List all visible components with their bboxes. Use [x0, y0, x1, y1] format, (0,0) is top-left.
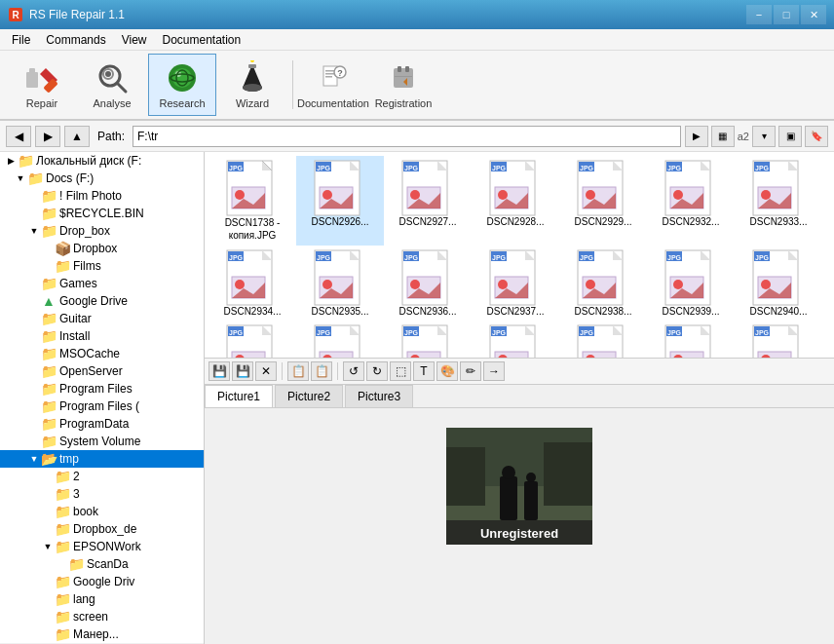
tree-label: EPSONWork [73, 540, 141, 553]
file-item-dscn2940[interactable]: JPG DSCN2940... [735, 246, 822, 321]
tree-item-sysvolume[interactable]: 📁 System Volume [0, 433, 204, 450]
nav-go-button[interactable]: ▶ [685, 126, 708, 147]
file-thumb: JPG [749, 249, 808, 306]
file-item-dscn2937[interactable]: JPG DSCN2937... [472, 246, 559, 321]
file-item-dscn2944[interactable]: JPG DSCN2944... [472, 321, 559, 358]
tree-item-gdrive2[interactable]: 📁 Google Driv [0, 573, 204, 590]
file-item-dscn2949[interactable]: JPG DSCN2949... [735, 321, 822, 358]
tree-item-dropbox[interactable]: ▼ 📁 Drop_box [0, 222, 204, 240]
tree-item-dropbox-de[interactable]: 📁 Dropbox_de [0, 520, 204, 538]
copy-button[interactable]: 📋 [287, 361, 309, 381]
analyse-label: Analyse [93, 97, 131, 109]
draw-button[interactable]: ✏ [460, 361, 481, 381]
tree-item-manage[interactable]: 📁 Манер... [0, 625, 204, 643]
tab-picture2[interactable]: Picture2 [275, 385, 343, 407]
tree-item-screen[interactable]: 📁 screen [0, 608, 204, 625]
rotate-left-button[interactable]: ↺ [343, 361, 364, 381]
file-item-dscn1738[interactable]: JPG DSCN1738 - копия.JPG [208, 156, 296, 246]
menu-documentation[interactable]: Documentation [155, 31, 249, 49]
toolbar-documentation-button[interactable]: ? Documentation [299, 54, 367, 116]
tree-item-msocache[interactable]: 📁 MSOCache [0, 345, 204, 362]
file-name: DSCN2929... [575, 216, 632, 227]
tree-item-openserver[interactable]: 📁 OpenServer [0, 362, 204, 380]
file-item-dscn2928[interactable]: JPG DSCN2928... [472, 156, 559, 246]
crop-button[interactable]: ⬚ [390, 361, 411, 381]
file-item-dscn2945[interactable]: JPG DSCN2945... [559, 321, 647, 358]
tree-item-games[interactable]: 📁 Games [0, 275, 204, 292]
paste-button[interactable]: 📋 [311, 361, 332, 381]
tree-label: OpenServer [59, 364, 123, 378]
maximize-button[interactable]: □ [774, 5, 799, 24]
delete-button[interactable]: ✕ [255, 361, 277, 381]
tree-item-gdrive[interactable]: ▲ Google Drive [0, 292, 204, 310]
file-item-dscn2938[interactable]: JPG DSCN2938... [559, 246, 647, 321]
file-item-dscn2941[interactable]: JPG DSCN2941... [208, 321, 296, 358]
nav-extra1-button[interactable]: ▣ [778, 126, 802, 147]
save-button[interactable]: 💾 [208, 361, 230, 381]
tree-item-progfiles[interactable]: 📁 Program Files [0, 380, 204, 398]
tab-picture3[interactable]: Picture3 [345, 385, 413, 407]
sidebar: ▶ 📁 Локальный диск (F: ▼ 📁 Docs (F:) 📁 !… [0, 152, 205, 644]
file-item-dscn2935[interactable]: JPG DSCN2935... [296, 246, 384, 321]
nav-extra2-button[interactable]: 🔖 [805, 126, 828, 147]
saveas-button[interactable]: 💾 [232, 361, 253, 381]
rotate-right-button[interactable]: ↻ [366, 361, 388, 381]
close-button[interactable]: ✕ [801, 5, 826, 24]
up-button[interactable]: ▲ [64, 126, 90, 147]
nav-bar: ◀ ▶ ▲ Path: ▶ ▦ a2 ▾ ▣ 🔖 [0, 121, 834, 152]
svg-text:JPG: JPG [667, 329, 682, 336]
tree-item-tmp[interactable]: ▼ 📂 tmp [0, 450, 204, 468]
menu-file[interactable]: File [4, 31, 38, 49]
tree-item-scanda[interactable]: 📁 ScanDa [0, 555, 204, 573]
path-input[interactable] [133, 126, 681, 147]
toolbar-analyse-button[interactable]: Analyse [78, 54, 146, 116]
toolbar-repair-button[interactable]: Repair [8, 54, 76, 116]
tree-item-filmphoto[interactable]: 📁 ! Film Photo [0, 187, 204, 205]
forward-button[interactable]: ▶ [35, 126, 60, 147]
tree-item-localdisk[interactable]: ▶ 📁 Локальный диск (F: [0, 152, 204, 170]
file-item-dscn2942[interactable]: JPG DSCN2942... [296, 321, 384, 358]
toolbar-wizard-button[interactable]: Wizard [218, 54, 286, 116]
file-item-dscn2932[interactable]: JPG DSCN2932... [647, 156, 735, 246]
toolbar-research-button[interactable]: Research [148, 54, 216, 116]
minimize-button[interactable]: − [746, 5, 772, 24]
arrow-button[interactable]: → [483, 361, 505, 381]
text-button[interactable]: T [413, 361, 435, 381]
file-item-dscn2936[interactable]: JPG DSCN2936... [384, 246, 472, 321]
tree-item-2[interactable]: 📁 2 [0, 468, 204, 485]
file-item-dscn2926[interactable]: JPG DSCN2926... [296, 156, 384, 246]
tree-item-lang[interactable]: 📁 lang [0, 590, 204, 608]
tree-item-recycle[interactable]: 📁 $RECYCLE.BIN [0, 205, 204, 222]
tree-item-book[interactable]: 📁 book [0, 503, 204, 520]
menu-commands[interactable]: Commands [38, 31, 113, 49]
tree-item-epson[interactable]: ▼ 📁 EPSONWork [0, 538, 204, 555]
nav-dropdown-button[interactable]: ▾ [752, 126, 776, 147]
file-item-dscn2933[interactable]: JPG DSCN2933... [735, 156, 822, 246]
tree-arrow [27, 314, 41, 323]
tree-item-3[interactable]: 📁 3 [0, 485, 204, 503]
nav-view-button[interactable]: ▦ [711, 126, 735, 147]
menu-view[interactable]: View [114, 31, 155, 49]
file-item-dscn2929[interactable]: JPG DSCN2929... [559, 156, 647, 246]
svg-rect-27 [398, 66, 401, 72]
tree-item-install[interactable]: 📁 Install [0, 327, 204, 345]
tree-item-guitar[interactable]: 📁 Guitar [0, 310, 204, 327]
svg-rect-161 [544, 442, 592, 506]
tree-item-progdata[interactable]: 📁 ProgramData [0, 415, 204, 433]
file-item-dscn2943[interactable]: JPG DSCN2943... [384, 321, 472, 358]
file-item-dscn2939[interactable]: JPG DSCN2939... [647, 246, 735, 321]
file-item-dscn2946[interactable]: JPG DSCN2946... [647, 321, 735, 358]
file-thumb: JPG [311, 324, 369, 358]
tree-item-progfiles2[interactable]: 📁 Program Files ( [0, 398, 204, 415]
back-button[interactable]: ◀ [6, 126, 31, 147]
tree-label: ! Film Photo [59, 189, 122, 203]
color-button[interactable]: 🎨 [436, 361, 458, 381]
toolbar-registration-button[interactable]: Registration [369, 54, 437, 116]
tree-item-dropbox2[interactable]: 📦 Dropbox [0, 240, 204, 257]
tree-item-docs[interactable]: ▼ 📁 Docs (F:) [0, 170, 204, 187]
file-item-dscn2927[interactable]: JPG DSCN2927... [384, 156, 472, 246]
tree-item-films[interactable]: 📁 Films [0, 257, 204, 275]
file-item-dscn2934[interactable]: JPG DSCN2934... [208, 246, 296, 321]
tab-picture1[interactable]: Picture1 [205, 385, 273, 407]
svg-rect-2 [26, 72, 38, 88]
